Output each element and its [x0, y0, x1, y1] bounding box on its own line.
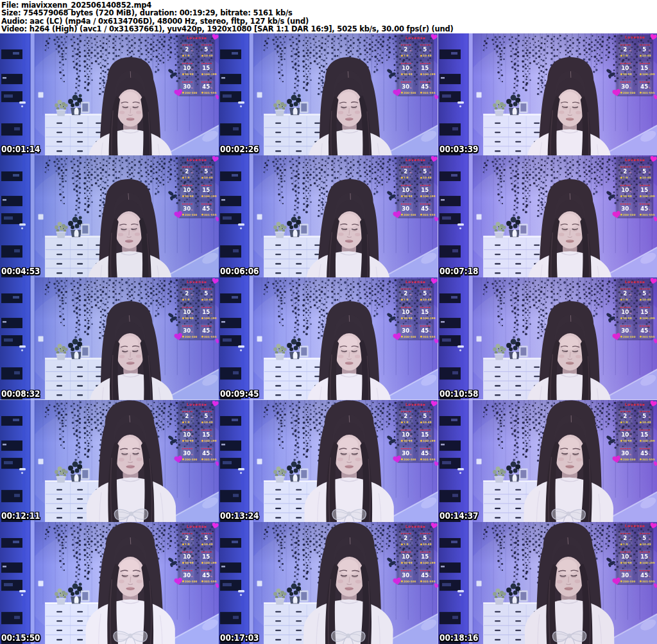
tip-menu-overlay — [174, 278, 219, 345]
tip-menu-overlay — [612, 34, 657, 101]
thumbnail-scene — [0, 155, 219, 277]
thumbnail-scene — [438, 33, 657, 155]
tip-menu-overlay — [612, 278, 657, 345]
timestamp-overlay: 00:07:18 — [439, 266, 479, 276]
timestamp-overlay: 00:09:45 — [220, 388, 259, 399]
thumbnail-scene — [219, 522, 438, 644]
tip-menu-overlay — [174, 522, 219, 589]
video-thumbnail: 00:09:45 — [219, 277, 438, 399]
tip-menu-overlay — [393, 522, 438, 589]
thumbnail-scene — [0, 277, 219, 399]
timestamp-overlay: 00:02:26 — [220, 144, 259, 154]
video-thumbnail: 00:15:50 — [0, 522, 219, 644]
tip-menu-overlay — [393, 34, 438, 101]
video-thumbnail: 00:10:58 — [438, 277, 657, 399]
tip-menu-overlay — [393, 400, 438, 467]
video-thumbnail: 00:01:14 — [0, 33, 219, 155]
thumbnail-scene — [219, 277, 438, 399]
tip-menu-overlay — [393, 156, 438, 223]
video-thumbnail: 00:14:37 — [438, 400, 657, 522]
thumbnail-scene — [0, 400, 219, 522]
timestamp-overlay: 00:10:58 — [439, 388, 479, 399]
metadata-header: File: miavixxenn_202506140852.mp4 Size: … — [0, 0, 657, 33]
thumbnail-scene — [0, 522, 219, 644]
video-thumbnail: 00:13:24 — [219, 400, 438, 522]
timestamp-overlay: 00:17:03 — [220, 632, 259, 643]
tip-menu-overlay — [393, 278, 438, 345]
thumbnail-scene — [219, 33, 438, 155]
video-thumbnail: 00:06:06 — [219, 155, 438, 277]
thumbnail-scene — [438, 400, 657, 522]
tip-menu-overlay — [174, 34, 219, 101]
timestamp-overlay: 00:14:37 — [439, 510, 479, 521]
video-thumbnail: 00:08:32 — [0, 277, 219, 399]
video-thumbnail: 00:02:26 — [219, 33, 438, 155]
video-thumbnail: 00:03:39 — [438, 33, 657, 155]
timestamp-overlay: 00:03:39 — [439, 144, 479, 154]
thumbnail-scene — [438, 277, 657, 399]
timestamp-overlay: 00:12:11 — [1, 510, 40, 521]
video-contact-sheet: File: miavixxenn_202506140852.mp4 Size: … — [0, 0, 657, 644]
video-thumbnail: 00:18:16 — [438, 522, 657, 644]
timestamp-overlay: 00:15:50 — [1, 632, 40, 643]
timestamp-overlay: 00:06:06 — [220, 266, 259, 276]
video-thumbnail: 00:07:18 — [438, 155, 657, 277]
thumbnail-scene — [219, 400, 438, 522]
video-thumbnail: 00:12:11 — [0, 400, 219, 522]
timestamp-overlay: 00:01:14 — [1, 144, 40, 154]
tip-menu-overlay — [612, 400, 657, 467]
tip-menu-overlay — [612, 156, 657, 223]
video-thumbnail: 00:04:53 — [0, 155, 219, 277]
tip-menu-overlay — [612, 522, 657, 589]
tip-menu-overlay — [174, 400, 219, 467]
meta-size-line: Size: 754579068 bytes (720 MiB), duratio… — [1, 9, 657, 17]
video-thumbnail: 00:17:03 — [219, 522, 438, 644]
timestamp-overlay: 00:04:53 — [1, 266, 40, 276]
meta-video-line: Video: h264 (High) (avc1 / 0x31637661), … — [1, 25, 657, 33]
thumbnail-scene — [438, 155, 657, 277]
timestamp-overlay: 00:13:24 — [220, 510, 259, 521]
timestamp-overlay: 00:18:16 — [439, 632, 479, 643]
tip-menu-overlay — [174, 156, 219, 223]
timestamp-overlay: 00:08:32 — [1, 388, 40, 399]
thumbnail-grid: 00:01:14 00:02:26 00:03:39 00:04:53 00:0… — [0, 33, 657, 644]
thumbnail-scene — [219, 155, 438, 277]
thumbnail-scene — [438, 522, 657, 644]
thumbnail-scene — [0, 33, 219, 155]
